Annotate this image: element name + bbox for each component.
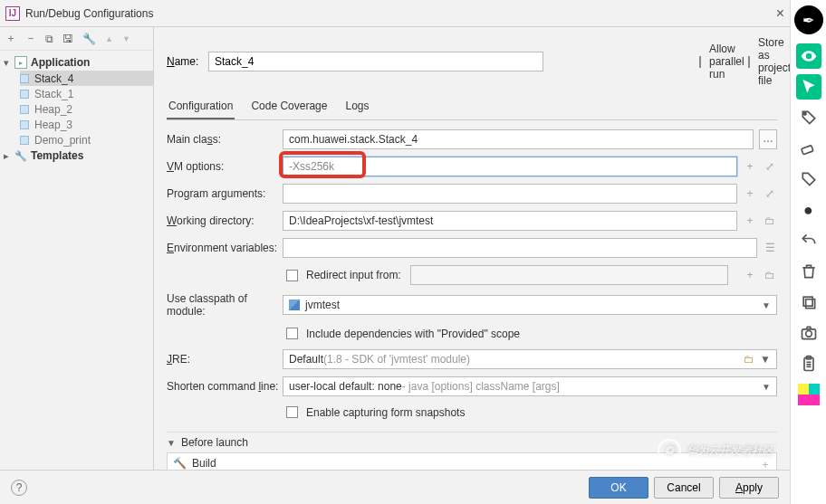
sidebar: ＋ － ⧉ 🖫 🔧 ▲ ▼ ▾ ▸ Application Stack_4 St… — [0, 27, 154, 470]
up-icon[interactable]: ▲ — [105, 34, 113, 43]
shorten-command-select[interactable]: user-local default: none - java [options… — [283, 376, 777, 396]
tree-item-stack-4[interactable]: Stack_4 — [20, 71, 153, 86]
tabs: Configuration Code Coverage Logs — [167, 96, 777, 120]
working-dir-input[interactable] — [283, 211, 737, 231]
tab-configuration[interactable]: Configuration — [167, 96, 235, 119]
expand-icon[interactable]: ⤢ — [763, 159, 777, 174]
tree-item-stack-1[interactable]: Stack_1 — [20, 86, 153, 101]
tree-item-demo-print[interactable]: Demo_print — [20, 132, 153, 147]
name-input[interactable] — [208, 52, 543, 71]
chevron-down-icon: ▼ — [762, 300, 771, 310]
apply-button[interactable]: Apply — [719, 477, 779, 499]
before-launch-section: ▼ Before launch 🔨 Build ＋ － ✎ — [167, 432, 777, 470]
env-vars-input[interactable] — [283, 238, 757, 258]
copy-icon[interactable]: ⧉ — [45, 33, 53, 45]
cursor-tool-icon[interactable] — [796, 74, 821, 100]
pen-tool-icon[interactable]: ✒ — [794, 5, 823, 34]
enable-snapshots-checkbox[interactable]: Enable capturing form snapshots — [283, 404, 465, 421]
tag-tool-icon[interactable] — [796, 105, 821, 130]
tree-templates[interactable]: ▸ 🔧 Templates — [0, 147, 153, 164]
wrench-icon[interactable]: 🔧 — [82, 33, 96, 45]
tag-outline-icon[interactable] — [796, 166, 821, 192]
working-dir-label: Working directory: — [167, 214, 283, 227]
name-label: Name: — [167, 55, 199, 68]
classpath-module-select[interactable]: jvmtest ▼ — [283, 295, 777, 315]
tab-logs[interactable]: Logs — [343, 96, 370, 119]
module-icon — [289, 300, 300, 310]
title-bar: IJ Run/Debug Configurations × — [0, 0, 790, 27]
undo-icon[interactable] — [796, 228, 821, 253]
cancel-button[interactable]: Cancel — [654, 477, 714, 499]
run-config-icon — [20, 90, 29, 99]
help-button[interactable]: ? — [11, 480, 27, 496]
content-panel: Name: Allow parallel run Store as projec… — [154, 27, 790, 470]
app-icon: IJ — [5, 6, 20, 21]
folder-icon[interactable]: 🗀 — [744, 353, 754, 366]
application-icon: ▸ — [14, 56, 27, 69]
insert-macro-icon[interactable]: + — [743, 214, 757, 228]
dot-icon[interactable]: ● — [796, 197, 821, 223]
eye-tool-icon[interactable] — [796, 43, 821, 69]
svg-point-5 — [805, 331, 812, 338]
add-icon[interactable]: ＋ — [5, 31, 16, 46]
wrench-icon: 🔧 — [14, 150, 27, 162]
vm-options-label: VM options: — [167, 160, 283, 173]
vm-options-input[interactable] — [283, 157, 737, 176]
redirect-input-field — [410, 265, 728, 285]
svg-rect-2 — [803, 297, 812, 306]
env-vars-label: Environment variables: — [167, 242, 283, 254]
before-launch-task-build[interactable]: 🔨 Build — [173, 457, 216, 470]
insert-macro-icon[interactable]: + — [743, 268, 757, 282]
sidebar-toolbar: ＋ － ⧉ 🖫 🔧 ▲ ▼ — [0, 27, 153, 51]
browse-main-class-button[interactable]: … — [759, 129, 777, 149]
insert-macro-icon[interactable]: + — [743, 186, 757, 201]
chevron-right-icon: ▸ — [4, 150, 14, 162]
ok-button[interactable]: OK — [589, 477, 648, 499]
eraser-tool-icon[interactable] — [796, 136, 821, 161]
tree-item-heap-2[interactable]: Heap_2 — [20, 101, 153, 117]
allow-parallel-checkbox[interactable]: Allow parallel run — [696, 43, 728, 81]
main-class-input[interactable] — [283, 129, 754, 149]
list-icon[interactable]: ☰ — [763, 241, 777, 255]
insert-macro-icon[interactable]: + — [743, 159, 757, 174]
program-args-label: Program arguments: — [167, 187, 283, 200]
svg-point-0 — [803, 113, 806, 116]
svg-rect-3 — [805, 300, 814, 309]
include-provided-checkbox[interactable]: Include dependencies with "Provided" sco… — [283, 325, 520, 342]
clipboard-icon[interactable] — [796, 351, 821, 376]
add-task-icon[interactable]: ＋ — [760, 457, 771, 470]
trash-icon[interactable] — [796, 259, 821, 284]
jre-select[interactable]: Default (1.8 - SDK of 'jvmtest' module) … — [283, 349, 777, 369]
save-icon[interactable]: 🖫 — [62, 33, 73, 45]
classpath-label: Use classpath of module: — [167, 292, 283, 318]
run-config-icon — [20, 74, 29, 83]
config-tree: ▾ ▸ Application Stack_4 Stack_1 Heap_2 H… — [0, 51, 153, 470]
chevron-down-icon: ▼ — [760, 353, 771, 366]
shorten-label: Shorten command line: — [167, 380, 283, 393]
chevron-down-icon[interactable]: ▼ — [167, 438, 176, 448]
folder-icon[interactable]: 🗀 — [763, 214, 777, 228]
expand-icon[interactable]: ⤢ — [763, 186, 777, 201]
chevron-down-icon[interactable]: ▾ — [4, 57, 14, 69]
run-config-icon — [20, 120, 29, 129]
main-class-label: Main class: — [167, 133, 283, 146]
redirect-input-checkbox[interactable]: Redirect input from: — [283, 267, 401, 284]
folder-icon[interactable]: 🗀 — [763, 268, 777, 282]
tree-item-heap-3[interactable]: Heap_3 — [20, 117, 153, 132]
tree-group-application[interactable]: ▾ ▸ Application — [0, 54, 153, 71]
close-icon[interactable]: × — [776, 5, 784, 22]
store-project-file-checkbox[interactable]: Store as project file⚙ — [744, 36, 777, 87]
configuration-form: Main class: … VM options: + ⤢ — [167, 129, 777, 421]
camera-icon[interactable] — [796, 320, 821, 346]
hammer-icon: 🔨 — [173, 457, 187, 470]
layers-icon[interactable] — [796, 290, 821, 315]
before-launch-title: Before launch — [181, 436, 248, 449]
tree-group-label: Application — [31, 56, 90, 69]
window-title: Run/Debug Configurations — [25, 7, 153, 20]
remove-icon[interactable]: － — [25, 31, 36, 46]
program-args-input[interactable] — [283, 184, 737, 204]
tab-code-coverage[interactable]: Code Coverage — [249, 96, 329, 119]
down-icon[interactable]: ▼ — [122, 34, 130, 43]
color-palette-icon[interactable] — [796, 382, 821, 407]
chevron-down-icon: ▼ — [762, 382, 771, 392]
